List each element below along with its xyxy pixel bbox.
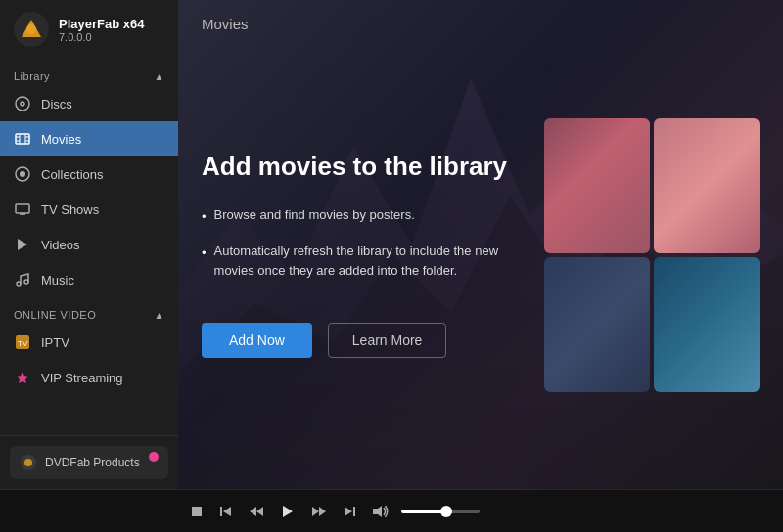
sidebar-item-tv-shows[interactable]: TV Shows xyxy=(0,192,178,227)
action-buttons: Add Now Learn More xyxy=(202,323,521,358)
library-collapse-icon[interactable]: ▲ xyxy=(155,71,164,82)
dvdfab-products-button[interactable]: DVDFab Products xyxy=(10,446,168,479)
app-header: PlayerFab x64 7.0.0.0 xyxy=(0,0,178,59)
sidebar-item-movies-label: Movies xyxy=(41,132,81,147)
dvdfab-label: DVDFab Products xyxy=(45,456,140,469)
bullet-2: • xyxy=(202,244,207,263)
svg-rect-5 xyxy=(16,134,29,144)
svg-marker-32 xyxy=(283,506,293,517)
sidebar-item-videos[interactable]: Videos xyxy=(0,227,178,262)
play-button[interactable] xyxy=(276,500,299,523)
sidebar-item-iptv[interactable]: TV IPTV xyxy=(0,325,178,360)
fast-forward-button[interactable] xyxy=(307,501,331,522)
svg-rect-27 xyxy=(192,507,202,516)
poster-grid-container xyxy=(544,40,760,469)
svg-marker-34 xyxy=(319,507,326,516)
add-now-button[interactable]: Add Now xyxy=(202,323,312,358)
player-bar xyxy=(0,489,783,532)
sidebar: PlayerFab x64 7.0.0.0 Library ▲ Discs Mo… xyxy=(0,0,178,489)
svg-point-19 xyxy=(24,280,28,284)
dvdfab-notification-dot xyxy=(149,452,159,462)
videos-icon xyxy=(14,236,31,253)
svg-marker-28 xyxy=(223,507,231,516)
svg-marker-17 xyxy=(18,239,27,250)
poster-cell-1 xyxy=(544,118,650,253)
sidebar-item-music-label: Music xyxy=(41,273,74,288)
svg-marker-37 xyxy=(373,506,382,517)
svg-point-13 xyxy=(20,171,25,177)
prev-track-button[interactable] xyxy=(215,501,237,522)
sidebar-item-collections[interactable]: Collections xyxy=(0,156,178,192)
poster-grid xyxy=(544,118,760,392)
content-left: Add movies to the library • Browse and f… xyxy=(202,40,521,469)
volume-slider[interactable] xyxy=(401,510,480,513)
tv-icon xyxy=(14,200,31,218)
svg-marker-22 xyxy=(17,372,28,383)
dvdfab-logo-icon xyxy=(20,454,37,471)
page-title: Add movies to the library xyxy=(202,152,521,182)
svg-point-18 xyxy=(17,282,21,286)
main-body: Add movies to the library • Browse and f… xyxy=(178,40,783,489)
volume-thumb[interactable] xyxy=(440,506,452,517)
app-version: 7.0.0.0 xyxy=(59,31,144,43)
main-content: Movies Add movies to the library • Brows… xyxy=(178,0,783,489)
bullet-1: • xyxy=(202,207,207,227)
rewind-button[interactable] xyxy=(245,501,268,522)
online-video-section-label: ONLINE VIDEO ▲ xyxy=(0,297,178,325)
svg-marker-33 xyxy=(312,507,319,516)
stop-button[interactable] xyxy=(186,501,207,522)
app-info: PlayerFab x64 7.0.0.0 xyxy=(59,17,144,43)
vip-icon xyxy=(14,369,31,386)
svg-rect-36 xyxy=(353,507,355,516)
volume-button[interactable] xyxy=(368,500,393,523)
next-track-button[interactable] xyxy=(339,501,360,522)
section-breadcrumb: Movies xyxy=(178,0,783,40)
online-video-collapse-icon[interactable]: ▲ xyxy=(155,310,164,321)
disc-icon xyxy=(14,95,31,112)
sidebar-item-discs-label: Discs xyxy=(41,97,72,111)
sidebar-item-iptv-label: IPTV xyxy=(41,335,69,350)
svg-marker-30 xyxy=(256,507,263,516)
app-logo-icon xyxy=(14,12,49,47)
volume-slider-container[interactable] xyxy=(401,510,597,513)
app-name: PlayerFab x64 xyxy=(59,17,144,31)
music-icon xyxy=(14,271,31,288)
sidebar-item-vip-streaming[interactable]: VIP Streaming xyxy=(0,360,178,395)
sidebar-nav: Discs Movies Collections TV Shows xyxy=(0,86,178,297)
svg-point-2 xyxy=(26,24,36,34)
poster-cell-4 xyxy=(654,257,760,392)
library-section-label: Library ▲ xyxy=(0,59,178,86)
collections-icon xyxy=(14,165,31,183)
poster-cell-3 xyxy=(544,257,650,392)
feature-item-1: • Browse and find movies by posters. xyxy=(202,205,521,227)
svg-rect-29 xyxy=(220,507,222,516)
poster-cell-2 xyxy=(654,118,760,253)
sidebar-item-collections-label: Collections xyxy=(41,167,104,182)
svg-point-24 xyxy=(24,459,32,466)
svg-point-4 xyxy=(21,102,24,106)
feature-text-1: Browse and find movies by posters. xyxy=(214,205,415,225)
sidebar-item-movies[interactable]: Movies xyxy=(0,121,178,156)
feature-list: • Browse and find movies by posters. • A… xyxy=(202,205,521,296)
sidebar-footer: DVDFab Products xyxy=(0,435,178,489)
feature-text-2: Automatically refresh the library to inc… xyxy=(214,242,521,280)
svg-marker-31 xyxy=(250,507,256,516)
online-nav: TV IPTV VIP Streaming xyxy=(0,325,178,395)
sidebar-item-discs[interactable]: Discs xyxy=(0,86,178,121)
sidebar-item-music[interactable]: Music xyxy=(0,262,178,297)
svg-rect-14 xyxy=(16,204,29,213)
movies-icon xyxy=(14,130,31,148)
sidebar-item-vip-streaming-label: VIP Streaming xyxy=(41,371,123,385)
svg-text:TV: TV xyxy=(18,339,28,348)
sidebar-item-videos-label: Videos xyxy=(41,238,80,252)
learn-more-button[interactable]: Learn More xyxy=(328,323,447,358)
svg-marker-35 xyxy=(345,507,352,516)
svg-point-3 xyxy=(16,97,29,111)
iptv-icon: TV xyxy=(14,333,31,351)
feature-item-2: • Automatically refresh the library to i… xyxy=(202,242,521,280)
sidebar-item-tv-shows-label: TV Shows xyxy=(41,202,99,217)
section-title: Movies xyxy=(202,16,249,32)
